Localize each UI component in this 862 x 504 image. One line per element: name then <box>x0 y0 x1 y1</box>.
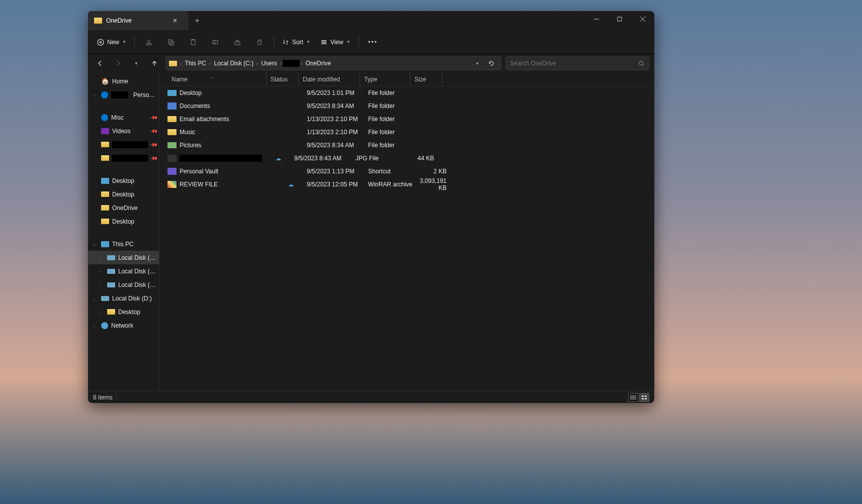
chevron-right-icon: › <box>256 61 258 66</box>
sidebar-item-label: Desktop <box>118 309 157 316</box>
desktop-icon <box>167 90 177 96</box>
sidebar-item-label <box>112 141 148 148</box>
sidebar-drive-item[interactable]: ›Local Disk (C:) <box>88 251 159 264</box>
home-icon: 🏠 <box>101 78 109 85</box>
sidebar-folder-item[interactable]: Desktop <box>88 187 159 201</box>
file-row[interactable]: Personal Vault 9/5/2023 1:13 PM Shortcut… <box>159 165 654 178</box>
breadcrumb-item[interactable]: OneDrive <box>303 59 333 68</box>
sidebar-drive-d-expanded[interactable]: ⌄ Local Disk (D:) <box>88 291 159 305</box>
search-input[interactable] <box>510 60 638 67</box>
paste-button[interactable] <box>183 34 203 50</box>
column-name[interactable]: Name ˄ <box>159 72 267 86</box>
svg-rect-15 <box>213 41 218 44</box>
column-type[interactable]: Type <box>360 72 410 86</box>
forward-button[interactable] <box>111 56 125 70</box>
sidebar-quick-item[interactable]: 📌 <box>88 151 159 165</box>
sort-button[interactable]: Sort ▼ <box>278 34 314 50</box>
svg-rect-28 <box>642 398 644 399</box>
file-row[interactable]: REVIEW FILE ☁ 9/5/2023 12:05 PM WinRAR a… <box>159 178 654 191</box>
more-button[interactable]: ••• <box>363 34 383 50</box>
thumbnails-view-button[interactable] <box>639 393 649 402</box>
pic-icon <box>167 142 177 148</box>
paste-icon <box>190 39 197 46</box>
view-toggles <box>628 393 649 402</box>
file-row[interactable]: ☁ 9/5/2023 8:43 AM JPG File 44 KB <box>159 152 654 165</box>
pin-icon: 📌 <box>150 127 158 135</box>
tab-onedrive[interactable]: OneDrive ✕ <box>88 11 189 30</box>
view-button[interactable]: View ▼ <box>316 34 355 50</box>
sidebar-item-label: Home <box>112 78 157 85</box>
sidebar-folder-item[interactable]: Desktop <box>88 174 159 187</box>
file-name: Email attachments <box>180 116 275 123</box>
file-type: File folder <box>368 129 418 136</box>
close-window-button[interactable] <box>631 11 654 27</box>
sidebar-drive-item[interactable]: ›Local Disk (E:) <box>88 278 159 291</box>
sidebar-item-label: Local Disk (D:) <box>118 268 157 275</box>
new-button[interactable]: New ▼ <box>93 34 130 50</box>
sidebar-item-label <box>112 155 148 162</box>
sidebar-item-label: Videos <box>112 128 148 135</box>
file-row[interactable]: Desktop 9/5/2023 1:01 PM File folder <box>159 86 654 99</box>
file-row[interactable]: Pictures 9/5/2023 8:34 AM File folder <box>159 139 654 152</box>
file-name <box>180 155 262 162</box>
sidebar-item-label: Desktop <box>112 218 157 225</box>
folder-icon <box>169 61 177 66</box>
file-row[interactable]: Email attachments 1/13/2023 2:10 PM File… <box>159 113 654 126</box>
share-button[interactable] <box>227 34 247 50</box>
breadcrumb-item-redacted[interactable] <box>283 60 300 67</box>
refresh-button[interactable] <box>485 57 498 70</box>
column-date[interactable]: Date modified <box>299 72 360 86</box>
sidebar-quick-item[interactable]: 📌 <box>88 138 159 151</box>
doc-icon <box>167 103 177 110</box>
svg-rect-14 <box>192 39 194 40</box>
pin-icon: 📌 <box>150 154 158 162</box>
details-view-button[interactable] <box>628 393 638 402</box>
rename-button[interactable] <box>205 34 225 50</box>
file-status: ☁ <box>275 181 307 188</box>
file-date: 9/5/2023 12:05 PM <box>307 181 368 188</box>
sidebar-folder-item[interactable]: Desktop <box>88 215 159 228</box>
chevron-down-icon: ⌄ <box>91 296 98 301</box>
sidebar-drive-item[interactable]: ›Local Disk (D:) <box>88 264 159 278</box>
cut-button[interactable] <box>139 34 159 50</box>
drive-icon <box>107 282 115 287</box>
minimize-button[interactable] <box>585 11 608 27</box>
column-size[interactable]: Size <box>410 72 443 86</box>
sidebar-home[interactable]: 🏠 Home <box>88 74 159 88</box>
copy-button[interactable] <box>161 34 181 50</box>
search-box[interactable] <box>505 56 649 70</box>
breadcrumb-box[interactable]: › This PC › Local Disk (C:) › Users › › … <box>165 56 501 70</box>
recent-button[interactable]: ▼ <box>129 56 143 70</box>
breadcrumb-item[interactable]: Local Disk (C:) <box>212 59 255 68</box>
history-dropdown-button[interactable]: ▼ <box>471 57 484 70</box>
window-controls <box>585 11 654 30</box>
sidebar-personal[interactable]: › Personal <box>88 88 159 102</box>
copy-icon <box>167 39 175 46</box>
maximize-button[interactable] <box>608 11 631 27</box>
breadcrumb-item[interactable]: This PC <box>183 59 208 68</box>
titlebar: OneDrive ✕ ＋ <box>88 11 654 30</box>
file-type: File folder <box>368 89 418 96</box>
file-row[interactable]: Documents 9/5/2023 8:34 AM File folder <box>159 99 654 113</box>
file-type: WinRAR archive <box>368 181 418 188</box>
delete-button[interactable] <box>249 34 270 50</box>
close-tab-icon[interactable]: ✕ <box>167 17 183 24</box>
file-type: Shortcut <box>368 168 418 175</box>
sidebar-item-label: Local Disk (E:) <box>118 281 157 288</box>
breadcrumb-item[interactable]: Users <box>259 59 279 68</box>
sidebar-network[interactable]: › Network <box>88 319 159 332</box>
sidebar-item-label: Desktop <box>112 191 157 198</box>
sidebar: 🏠 Home › Personal Misc📌Videos📌📌📌 Desktop… <box>88 72 159 391</box>
back-button[interactable] <box>93 56 107 70</box>
sidebar-thispc[interactable]: ⌄ This PC <box>88 237 159 251</box>
sidebar-quick-item[interactable]: Misc📌 <box>88 111 159 124</box>
sidebar-quick-item[interactable]: Videos📌 <box>88 124 159 138</box>
up-button[interactable] <box>147 56 161 70</box>
column-status[interactable]: Status <box>267 72 299 86</box>
new-tab-button[interactable]: ＋ <box>189 11 206 30</box>
chevron-down-icon: ▼ <box>306 40 310 44</box>
file-row[interactable]: Music 1/13/2023 2:10 PM File folder <box>159 126 654 139</box>
sidebar-folder-item[interactable]: OneDrive <box>88 201 159 215</box>
sidebar-drive-d-child[interactable]: › Desktop <box>88 305 159 319</box>
more-icon: ••• <box>368 39 378 46</box>
